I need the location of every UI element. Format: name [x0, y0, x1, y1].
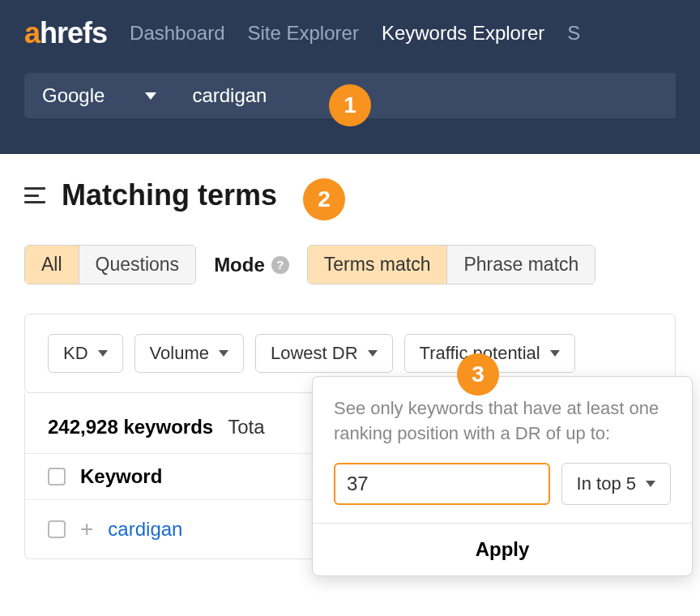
- tab-phrase-match[interactable]: Phrase match: [446, 246, 595, 284]
- popover-inputs: In top 5: [313, 458, 692, 523]
- mode-label-text: Mode: [214, 254, 265, 276]
- nav-site-explorer[interactable]: Site Explorer: [247, 22, 358, 45]
- content: Matching terms All Questions Mode? Terms…: [0, 154, 700, 559]
- page-title: Matching terms: [62, 178, 277, 212]
- filter-lowest-dr-label: Lowest DR: [271, 343, 358, 364]
- nav-keywords-explorer[interactable]: Keywords Explorer: [382, 22, 544, 45]
- logo-a: a: [24, 16, 40, 49]
- results-count: 242,928 keywords: [48, 416, 213, 438]
- nav-dashboard[interactable]: Dashboard: [130, 22, 224, 45]
- search-input[interactable]: cardigan: [192, 84, 267, 107]
- results-total-prefix: Tota: [228, 416, 264, 438]
- help-icon[interactable]: ?: [271, 256, 289, 274]
- logo-hrefs: hrefs: [40, 16, 107, 49]
- filter-kd-label: KD: [63, 343, 88, 364]
- logo[interactable]: ahrefs: [24, 16, 107, 50]
- nav-row: ahrefs Dashboard Site Explorer Keywords …: [0, 0, 700, 50]
- filter-volume-label: Volume: [150, 343, 209, 364]
- row-checkbox[interactable]: [48, 520, 66, 538]
- heading-row: Matching terms: [24, 178, 700, 212]
- menu-icon[interactable]: [24, 187, 45, 203]
- scope-select-label: In top 5: [577, 473, 636, 494]
- filters-card: KD Volume Lowest DR Traffic potential Se…: [24, 314, 676, 393]
- search-input-wrap[interactable]: cardigan: [174, 73, 676, 118]
- dr-input[interactable]: [334, 463, 550, 505]
- tab-all[interactable]: All: [25, 246, 79, 284]
- tabs-row: All Questions Mode? Terms match Phrase m…: [24, 245, 700, 284]
- mode-segment: Terms match Phrase match: [307, 245, 596, 284]
- scope-select[interactable]: In top 5: [561, 463, 671, 505]
- search-engine-value: Google: [42, 84, 105, 107]
- annotation-badge-3: 3: [457, 353, 499, 396]
- filter-lowest-dr[interactable]: Lowest DR: [255, 334, 393, 373]
- mode-label: Mode?: [214, 254, 289, 276]
- lowest-dr-popover: See only keywords that have at least one…: [312, 376, 693, 576]
- nav-more[interactable]: S: [567, 22, 580, 45]
- col-keyword[interactable]: Keyword: [80, 465, 162, 488]
- annotation-badge-1: 1: [329, 84, 371, 126]
- tab-questions[interactable]: Questions: [79, 246, 196, 284]
- filter-volume[interactable]: Volume: [134, 334, 244, 373]
- search-engine-select[interactable]: Google: [24, 73, 174, 118]
- select-all-checkbox[interactable]: [48, 468, 66, 486]
- apply-button[interactable]: Apply: [313, 523, 692, 575]
- top-bar: ahrefs Dashboard Site Explorer Keywords …: [0, 0, 700, 154]
- tab-terms-match[interactable]: Terms match: [308, 246, 447, 284]
- popover-description: See only keywords that have at least one…: [313, 377, 692, 458]
- qa-segment: All Questions: [24, 245, 196, 284]
- filter-kd[interactable]: KD: [48, 334, 123, 373]
- annotation-badge-2: 2: [303, 178, 345, 220]
- expand-icon[interactable]: +: [80, 516, 93, 542]
- keyword-link[interactable]: cardigan: [108, 518, 182, 541]
